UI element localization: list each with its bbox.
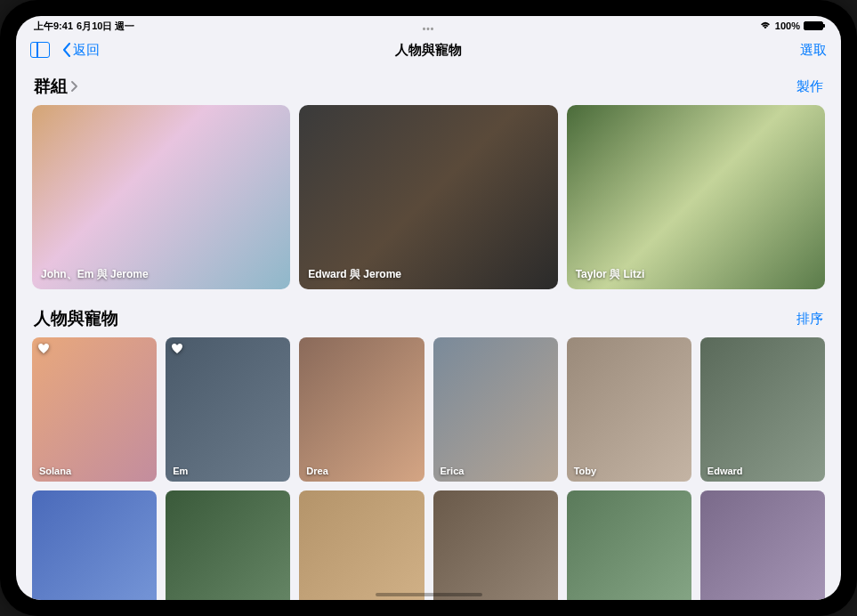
person-card[interactable]	[567, 490, 691, 600]
groups-header: 群組 製作	[32, 69, 825, 105]
status-left: 上午9:41 6月10日 週一	[34, 20, 134, 33]
person-card[interactable]: Solana	[32, 337, 157, 481]
person-photo	[567, 337, 691, 481]
people-grid: Solana Em Drea Erica	[32, 337, 825, 600]
wifi-icon	[759, 21, 772, 30]
page-title: 人物與寵物	[395, 42, 462, 59]
device-frame: 上午9:41 6月10日 週一 ••• 100% 返回	[0, 0, 857, 616]
person-photo	[700, 490, 825, 600]
groups-grid: John、Em 與 Jerome Edward 與 Jerome Taylor …	[32, 105, 825, 289]
status-right: 100%	[759, 20, 823, 31]
people-section: 人物與寵物 排序 Solana Em	[32, 302, 825, 600]
person-card[interactable]	[700, 490, 825, 600]
favorite-heart-icon	[37, 343, 50, 355]
group-label: Taylor 與 Litzi	[576, 267, 645, 282]
favorite-heart-icon	[171, 343, 183, 355]
person-photo	[166, 337, 290, 481]
content-scroll[interactable]: 群組 製作 John、Em 與 Jerome Edward 與 Jerom	[16, 66, 841, 600]
person-card[interactable]	[299, 490, 424, 600]
group-card[interactable]: John、Em 與 Jerome	[32, 105, 290, 289]
create-group-button[interactable]: 製作	[796, 78, 823, 95]
person-card[interactable]: Erica	[433, 337, 558, 481]
nav-left: 返回	[30, 42, 100, 59]
back-label: 返回	[73, 42, 100, 59]
person-card[interactable]	[433, 490, 558, 600]
person-photo	[433, 337, 558, 481]
person-photo	[299, 490, 424, 600]
person-card[interactable]	[166, 490, 290, 600]
person-photo	[700, 337, 825, 481]
person-photo	[166, 490, 290, 600]
chevron-left-icon	[62, 43, 71, 57]
person-label: Edward	[707, 466, 743, 476]
groups-title-label: 群組	[34, 75, 68, 98]
person-label: Drea	[306, 466, 327, 476]
person-label: Erica	[441, 466, 465, 476]
status-time: 上午9:41	[34, 20, 73, 33]
screen: 上午9:41 6月10日 週一 ••• 100% 返回	[16, 16, 841, 600]
people-header: 人物與寵物 排序	[32, 302, 825, 337]
sidebar-toggle-button[interactable]	[30, 42, 50, 58]
person-card[interactable]	[32, 490, 157, 600]
select-button[interactable]: 選取	[800, 42, 827, 59]
group-label: Edward 與 Jerome	[308, 267, 401, 282]
status-date: 6月10日 週一	[77, 20, 134, 33]
group-photo	[299, 105, 557, 289]
person-label: Solana	[39, 466, 71, 476]
battery-percent: 100%	[775, 20, 800, 31]
group-card[interactable]: Taylor 與 Litzi	[567, 105, 825, 289]
home-indicator[interactable]	[376, 593, 482, 596]
groups-section: 群組 製作 John、Em 與 Jerome Edward 與 Jerom	[32, 69, 825, 289]
battery-icon	[804, 21, 823, 30]
group-card[interactable]: Edward 與 Jerome	[299, 105, 557, 289]
person-card[interactable]: Edward	[700, 337, 825, 481]
person-label: Toby	[574, 466, 596, 476]
sort-button[interactable]: 排序	[796, 311, 823, 328]
group-photo	[32, 105, 290, 289]
person-photo	[32, 490, 157, 600]
person-card[interactable]: Em	[166, 337, 290, 481]
back-button[interactable]: 返回	[62, 42, 100, 59]
group-label: John、Em 與 Jerome	[41, 267, 149, 282]
people-title-label: 人物與寵物	[34, 307, 118, 330]
groups-title-button[interactable]: 群組	[34, 75, 77, 98]
person-photo	[299, 337, 424, 481]
person-photo	[567, 490, 691, 600]
person-label: Em	[173, 466, 188, 476]
status-bar: 上午9:41 6月10日 週一 ••• 100%	[16, 16, 841, 34]
person-photo	[433, 490, 558, 600]
chevron-right-icon	[70, 81, 77, 92]
group-photo	[567, 105, 825, 289]
multitask-dots-icon[interactable]: •••	[423, 24, 435, 34]
person-card[interactable]: Toby	[567, 337, 691, 481]
people-title: 人物與寵物	[34, 307, 118, 330]
person-photo	[32, 337, 157, 481]
person-card[interactable]: Drea	[299, 337, 424, 481]
nav-bar: 返回 人物與寵物 選取	[16, 34, 841, 66]
